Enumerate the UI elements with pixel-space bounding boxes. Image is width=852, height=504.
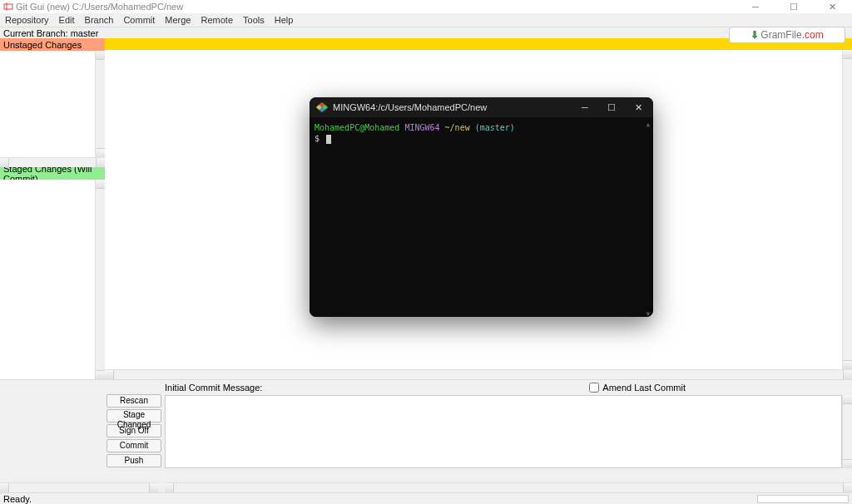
prompt-path: ~/new (445, 123, 470, 132)
unstaged-vscroll[interactable] (95, 51, 105, 157)
menu-branch[interactable]: Branch (85, 15, 114, 25)
gramfile-watermark: ⬇ GramFile .com (729, 27, 845, 43)
unstaged-header[interactable]: Unstaged Changes (0, 38, 105, 51)
terminal-vscroll[interactable]: ▲ ▼ (645, 119, 651, 315)
branch-label: Current Branch: master (0, 27, 852, 38)
bottom-left-hscroll[interactable] (0, 482, 158, 492)
terminal-title: MINGW64:/c/Users/MohamedPC/new (333, 102, 577, 112)
watermark-name: GramFile (760, 29, 801, 41)
terminal-input-line[interactable]: $ (315, 133, 648, 144)
terminal-window[interactable]: MINGW64:/c/Users/MohamedPC/new ─ ☐ ✕ Moh… (310, 97, 653, 317)
commit-message-label: Initial Commit Message: (165, 383, 262, 393)
menu-remote[interactable]: Remote (201, 15, 233, 25)
menu-help[interactable]: Help (275, 15, 294, 25)
terminal-close-button[interactable]: ✕ (630, 102, 646, 113)
app-icon (3, 2, 13, 12)
prompt-symbol: $ (315, 134, 320, 143)
staged-file-list[interactable] (0, 180, 95, 379)
prompt-host: MINGW64 (404, 123, 439, 132)
status-right-box (757, 495, 849, 503)
prompt-user: MohamedPC@Mohamed (315, 123, 399, 132)
cursor-icon (326, 135, 331, 144)
terminal-body[interactable]: MohamedPC@Mohamed MINGW64 ~/new (master)… (310, 117, 653, 317)
staged-vscroll[interactable] (95, 180, 105, 379)
watermark-tld: .com (802, 29, 824, 41)
menu-tools[interactable]: Tools (243, 15, 265, 25)
commit-message-textarea[interactable] (165, 395, 842, 468)
diff-hscroll[interactable] (105, 369, 852, 379)
menu-merge[interactable]: Merge (165, 15, 191, 25)
amend-label: Amend Last Commit (602, 383, 686, 393)
commit-vscroll[interactable] (842, 395, 852, 468)
minimize-button[interactable]: ─ (744, 2, 767, 12)
commit-button[interactable]: Commit (106, 439, 161, 452)
window-title: Git Gui (new) C:/Users/MohamedPC/new (16, 2, 744, 12)
menubar: Repository Edit Branch Commit Merge Remo… (0, 13, 852, 27)
download-icon: ⬇ (750, 29, 759, 41)
close-button[interactable]: ✕ (820, 2, 844, 12)
push-button[interactable]: Push (106, 454, 161, 467)
window-titlebar: Git Gui (new) C:/Users/MohamedPC/new ─ ☐… (0, 0, 852, 13)
amend-last-commit-option[interactable]: Amend Last Commit (589, 383, 686, 393)
terminal-maximize-button[interactable]: ☐ (603, 102, 620, 113)
staged-header[interactable]: Staged Changes (Will Commit) (0, 167, 105, 180)
status-text: Ready. (3, 494, 32, 504)
chevron-up-icon[interactable]: ▲ (645, 119, 651, 126)
diff-vscroll[interactable] (842, 50, 852, 369)
rescan-button[interactable]: Rescan (106, 394, 161, 408)
menu-edit[interactable]: Edit (59, 15, 75, 25)
terminal-minimize-button[interactable]: ─ (577, 102, 593, 113)
action-buttons: Rescan Stage Changed Sign Off Commit Pus… (0, 380, 165, 479)
unstaged-hscroll[interactable] (0, 157, 105, 167)
menu-commit[interactable]: Commit (123, 15, 155, 25)
statusbar: Ready. (0, 492, 852, 504)
unstaged-file-list[interactable] (0, 51, 95, 157)
chevron-down-icon[interactable]: ▼ (645, 309, 651, 315)
menu-repository[interactable]: Repository (5, 15, 49, 25)
sign-off-button[interactable]: Sign Off (106, 424, 161, 437)
maximize-button[interactable]: ☐ (782, 2, 805, 12)
bottom-right-hscroll[interactable] (165, 482, 852, 492)
terminal-app-icon (316, 101, 328, 113)
svg-rect-0 (4, 4, 12, 9)
terminal-titlebar[interactable]: MINGW64:/c/Users/MohamedPC/new ─ ☐ ✕ (310, 97, 653, 117)
terminal-prompt-line: MohamedPC@Mohamed MINGW64 ~/new (master) (315, 122, 648, 133)
amend-checkbox[interactable] (589, 383, 599, 393)
prompt-branch: (master) (475, 123, 515, 132)
stage-changed-button[interactable]: Stage Changed (106, 409, 161, 422)
